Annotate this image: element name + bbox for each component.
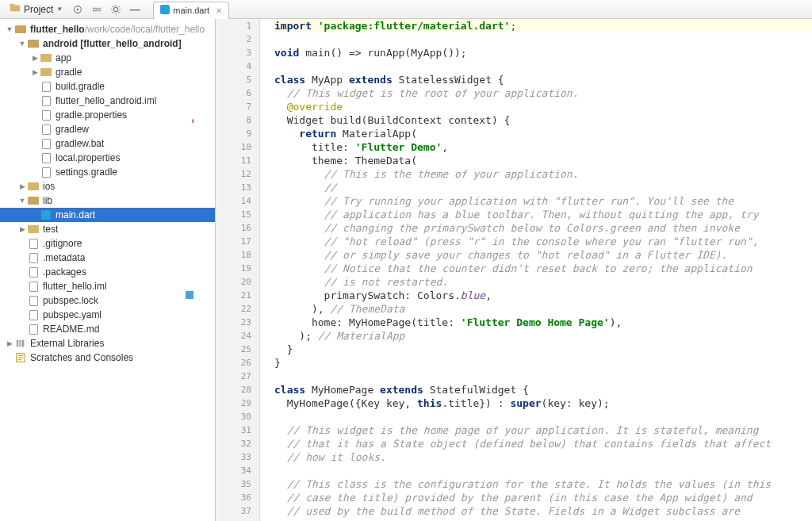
tree-item-label: app xyxy=(56,52,71,63)
code-line[interactable]: // Notice that the counter didn't reset … xyxy=(274,262,812,275)
tree-item[interactable]: flutter_hello.iml xyxy=(0,279,215,293)
line-number: 25 xyxy=(216,343,251,356)
code-line[interactable]: title: 'Flutter Demo', xyxy=(274,140,812,154)
code-line[interactable]: import 'package:flutter/material.dart'; xyxy=(274,19,812,33)
breakpoint-marker[interactable] xyxy=(186,291,193,299)
tree-item[interactable]: build.gradle xyxy=(0,79,215,94)
line-number: 37 xyxy=(216,504,251,518)
project-tree[interactable]: ▼flutter_hello /work/code/local/flutter_… xyxy=(0,19,215,368)
project-dropdown[interactable]: Project ▼ xyxy=(5,1,67,17)
code-line[interactable]: // This widget is the root of your appli… xyxy=(274,86,812,100)
gear-icon[interactable] xyxy=(109,2,123,17)
line-number: 4 xyxy=(216,59,251,73)
tree-item[interactable]: pubspec.lock xyxy=(0,293,215,308)
tree-item[interactable]: gradlew.bat xyxy=(0,136,215,151)
dart-file-icon xyxy=(160,5,170,16)
line-number: 31 xyxy=(216,423,251,437)
code-line[interactable]: } xyxy=(274,343,812,356)
code-line[interactable]: home: MyHomePage(title: 'Flutter Demo Ho… xyxy=(274,316,812,329)
tree-item[interactable]: .gitignore xyxy=(0,236,215,251)
override-marker[interactable]: ⬆ xyxy=(190,114,195,128)
code-line[interactable]: primarySwatch: Colors.blue, xyxy=(274,289,812,302)
twisty-icon[interactable]: ▼ xyxy=(5,25,14,33)
code-line[interactable]: Widget build(BuildContext context) { xyxy=(274,113,812,127)
hide-icon[interactable]: — xyxy=(128,2,142,17)
twisty-icon[interactable]: ▼ xyxy=(17,197,27,205)
line-number: 22 xyxy=(216,302,251,316)
code-line[interactable]: ), // ThemeData xyxy=(274,302,812,316)
tree-item[interactable]: ▼android [flutter_hello_android] xyxy=(0,36,215,51)
code-line[interactable]: // xyxy=(274,181,812,194)
tree-item[interactable]: .packages xyxy=(0,265,215,279)
folder-icon xyxy=(27,38,40,49)
tree-item[interactable]: ▼lib xyxy=(0,193,215,208)
tree-item[interactable]: Scratches and Consoles xyxy=(0,351,215,365)
svg-rect-7 xyxy=(22,340,25,347)
code-line[interactable]: class MyApp extends StatelessWidget { xyxy=(274,73,812,86)
code-line[interactable]: class MyHomePage extends StatefulWidget … xyxy=(274,383,812,396)
tree-item[interactable]: ▶gradle xyxy=(0,65,215,79)
code-line[interactable]: // used by the build method of the State… xyxy=(274,504,812,518)
tree-item[interactable]: pubspec.yaml xyxy=(0,308,215,322)
tree-item[interactable]: main.dart xyxy=(0,208,215,222)
code-line[interactable]: // This is the theme of your application… xyxy=(274,167,812,181)
code-line[interactable]: MyHomePage({Key key, this.title}) : supe… xyxy=(274,396,812,410)
code-line[interactable] xyxy=(274,464,812,477)
line-number: 33 xyxy=(216,450,251,464)
twisty-icon[interactable]: ▼ xyxy=(17,40,27,48)
code-line[interactable] xyxy=(274,59,812,73)
top-toolbar: Project ▼ — main.dart ✕ xyxy=(0,0,812,19)
twisty-icon[interactable]: ▶ xyxy=(30,68,40,76)
tree-item[interactable]: gradlew xyxy=(0,122,215,136)
folder-icon xyxy=(27,195,40,206)
tree-item[interactable]: flutter_hello_android.iml xyxy=(0,94,215,108)
code-line[interactable]: // application has a blue toolbar. Then,… xyxy=(274,208,812,221)
tree-item[interactable]: ▼flutter_hello /work/code/local/flutter_… xyxy=(0,22,215,36)
code-line[interactable]: // This class is the configuration for t… xyxy=(274,477,812,491)
code-line[interactable]: return MaterialApp( xyxy=(274,127,812,140)
twisty-icon[interactable]: ▶ xyxy=(17,225,27,233)
code-line[interactable]: // case the title) provided by the paren… xyxy=(274,491,812,504)
tree-item[interactable]: ▶External Libraries xyxy=(0,336,215,351)
line-number: 19 xyxy=(216,262,251,275)
code-line[interactable] xyxy=(274,410,812,423)
tree-item[interactable]: ▶ios xyxy=(0,179,215,193)
tree-item[interactable]: ▶test xyxy=(0,222,215,236)
tree-item[interactable]: .metadata xyxy=(0,251,215,265)
file-icon xyxy=(27,309,40,320)
code-line[interactable]: // how it looks. xyxy=(274,450,812,464)
tree-item[interactable]: README.md xyxy=(0,322,215,336)
code-line[interactable] xyxy=(274,370,812,383)
gutter: 12345678⬆9101112131415161718192021222324… xyxy=(216,19,260,521)
code-line[interactable]: // that it has a State object (defined b… xyxy=(274,437,812,450)
code-line[interactable]: // changing the primarySwatch below to C… xyxy=(274,221,812,235)
code-area[interactable]: import 'package:flutter/material.dart';v… xyxy=(260,19,812,521)
line-number: 16 xyxy=(216,221,251,235)
close-icon[interactable]: ✕ xyxy=(216,6,222,15)
code-line[interactable] xyxy=(274,33,812,46)
code-line[interactable]: ); // MaterialApp xyxy=(274,329,812,343)
file-icon xyxy=(40,124,52,135)
locate-icon[interactable] xyxy=(71,2,85,17)
code-line[interactable]: } xyxy=(274,356,812,370)
code-line[interactable]: @override xyxy=(274,100,812,113)
twisty-icon[interactable]: ▶ xyxy=(30,54,40,62)
tree-item[interactable]: gradle.properties xyxy=(0,108,215,122)
twisty-icon[interactable]: ▶ xyxy=(5,339,14,347)
code-editor[interactable]: 12345678⬆9101112131415161718192021222324… xyxy=(216,19,812,521)
tab-main-dart[interactable]: main.dart ✕ xyxy=(153,2,229,19)
code-line[interactable]: // or simply save your changes to "hot r… xyxy=(274,248,812,262)
tree-item[interactable]: local.properties xyxy=(0,151,215,165)
code-line[interactable]: void main() => runApp(MyApp()); xyxy=(274,46,812,59)
code-line[interactable]: theme: ThemeData( xyxy=(274,154,812,167)
collapse-all-icon[interactable] xyxy=(90,2,104,17)
code-line[interactable]: // is not restarted. xyxy=(274,275,812,289)
code-line[interactable]: // Try running your application with "fl… xyxy=(274,194,812,208)
code-line[interactable]: // "hot reload" (press "r" in the consol… xyxy=(274,235,812,248)
tree-item[interactable]: settings.gradle xyxy=(0,165,215,179)
file-icon xyxy=(27,252,40,263)
twisty-icon[interactable]: ▶ xyxy=(17,182,27,190)
tree-item[interactable]: ▶app xyxy=(0,51,215,65)
dart-file-icon xyxy=(40,209,52,220)
code-line[interactable]: // This widget is the home page of your … xyxy=(274,423,812,437)
